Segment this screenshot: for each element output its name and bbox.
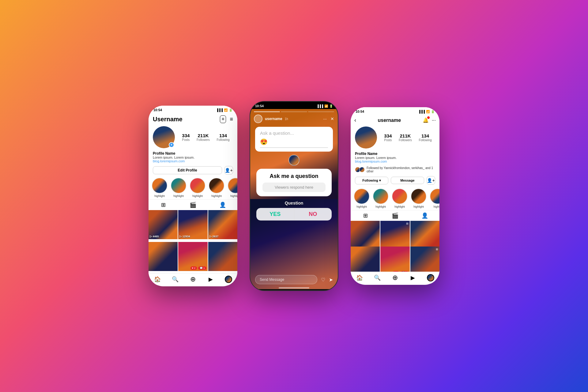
grid-cell-3-left[interactable]: ▷ 2637: [208, 210, 237, 239]
story-more-icon[interactable]: ···: [323, 116, 327, 121]
highlight-circle-r5: [430, 188, 439, 204]
signal-icon-center: ▐▐▐: [317, 104, 323, 108]
following-btn-right[interactable]: Following ▾: [355, 177, 388, 184]
more-icon-right[interactable]: ···: [432, 118, 436, 123]
story-top-bar: username 1h ··· ✕: [250, 109, 338, 125]
bio-text-right: Lorem ipsum. Lorem ipsum.: [355, 156, 435, 160]
nav-profile-left[interactable]: [220, 275, 237, 283]
phone-center: 10:54 ▐▐▐ 📶 🔋 username 1h ··· ✕: [250, 101, 338, 291]
wifi-icon-right: 📶: [426, 110, 430, 113]
yes-button[interactable]: YES: [256, 208, 294, 221]
nav-search-left[interactable]: 🔍: [166, 275, 184, 283]
stats-right: 334 Posts 211K Followers 134 Following: [381, 133, 435, 142]
nav-home-right[interactable]: 🏠: [351, 274, 368, 282]
status-bar-right: 10:54 ▐▐▐ 📶 🔋: [351, 107, 439, 115]
highlight-item-r5[interactable]: highl...: [430, 188, 439, 208]
highlight-item-1[interactable]: highlight: [152, 178, 168, 198]
notif-icon-right[interactable]: 🔔: [423, 117, 429, 123]
comment-badge-left: 💬 1: [198, 266, 206, 270]
grid-cell-2-left[interactable]: ▷ 12934: [178, 210, 207, 239]
nav-home-left[interactable]: 🏠: [149, 275, 166, 283]
story-send-icon[interactable]: ➤: [329, 277, 333, 283]
story-close-icon[interactable]: ✕: [330, 116, 334, 121]
grid-cell-1-right[interactable]: [351, 221, 380, 250]
profile-header-left: Username + ≡: [149, 113, 237, 125]
highlights-row-right: highlight highlight highlight highlight …: [351, 187, 439, 210]
grid-cell-4-left[interactable]: [149, 242, 178, 271]
add-person-btn-right[interactable]: 👤+: [427, 176, 435, 185]
status-icons-left: ▐▐▐ 📶 🔋: [216, 108, 232, 112]
highlight-item-3[interactable]: highlight: [190, 178, 205, 198]
nav-search-right[interactable]: 🔍: [368, 274, 386, 282]
grid-cell-1-left[interactable]: ▷ 4465: [149, 210, 178, 239]
highlight-item-5[interactable]: highlight: [228, 178, 237, 198]
no-button[interactable]: NO: [294, 208, 332, 221]
like-badge-left: ♥ 2: [190, 266, 197, 270]
viewers-respond[interactable]: Viewers respond here: [262, 183, 326, 192]
edit-profile-row-left: Edit Profile 👤+: [149, 165, 237, 176]
menu-icon-left[interactable]: ≡: [230, 116, 233, 123]
tab-grid-left[interactable]: ⊞: [149, 202, 178, 208]
ask-question-card[interactable]: Ask a question... 😍: [255, 127, 333, 152]
signal-icon-right: ▐▐▐: [418, 110, 425, 113]
highlight-circle-5: [228, 178, 237, 194]
send-message-input[interactable]: Send Message: [255, 275, 317, 284]
grid-cell-6-left[interactable]: [208, 242, 237, 271]
bio-link-right[interactable]: blog.loremipsum.com: [355, 160, 435, 163]
tab-reels-right[interactable]: 🎬: [380, 212, 410, 219]
story-time: 1h: [285, 117, 288, 121]
tab-reels-left[interactable]: 🎬: [178, 202, 208, 208]
signal-icon: ▐▐▐: [216, 108, 223, 112]
ask-me-card: Ask me a question Viewers respond here: [256, 169, 332, 196]
following-label-left: Following: [217, 138, 229, 141]
highlight-item-r1[interactable]: highlight: [354, 188, 370, 208]
header-icons-left: + ≡: [220, 115, 233, 123]
profile-screen-left: Username + ≡ + 334 Posts 211K: [149, 113, 237, 285]
bio-text-left: Lorem ipsum. Lorem ipsum.: [153, 156, 233, 159]
profile-info-right: 334 Posts 211K Followers 134 Following: [351, 125, 439, 151]
edit-profile-btn-left[interactable]: Edit Profile: [153, 166, 222, 174]
tab-tagged-left[interactable]: 👤: [208, 202, 237, 208]
nav-profile-right[interactable]: [422, 274, 439, 282]
tab-tagged-right[interactable]: 👤: [410, 212, 439, 219]
nav-reels-left[interactable]: ▶: [202, 275, 220, 283]
highlight-label-r4: highlight: [413, 205, 424, 208]
highlight-item-r3[interactable]: highlight: [392, 188, 408, 208]
story-progress-bars: [254, 111, 334, 112]
highlight-circle-1: [152, 178, 168, 194]
grid-cell-3-right[interactable]: [410, 221, 439, 250]
avatar-right: [355, 126, 377, 149]
story-heart-icon[interactable]: ♡: [321, 277, 325, 283]
nav-reels-right[interactable]: ▶: [404, 274, 422, 282]
nav-add-right[interactable]: ⊕: [386, 274, 404, 282]
highlight-label-2: highlight: [173, 194, 184, 198]
highlight-item-4[interactable]: highlight: [209, 178, 224, 198]
bottom-nav-right: 🏠 🔍 ⊕ ▶: [351, 272, 439, 284]
add-icon-left[interactable]: +: [220, 115, 226, 123]
grid-stat-3-left: ▷ 2637: [209, 235, 219, 238]
avatar-add-left[interactable]: +: [169, 142, 174, 148]
grid-cell-5-left[interactable]: ♥ 2 💬 1: [178, 242, 207, 271]
time-center: 10:54: [255, 104, 264, 108]
nav-add-left[interactable]: ⊕: [184, 275, 202, 283]
question-section: Question YES NO: [256, 201, 332, 221]
discover-people-btn-left[interactable]: 👤+: [224, 166, 233, 175]
bio-link-left[interactable]: blog.loremipsum.com: [153, 159, 233, 163]
bio-name-left: Profile Name: [153, 151, 233, 156]
back-arrow[interactable]: ‹: [354, 117, 356, 123]
grid-cell-4-right[interactable]: [351, 247, 380, 272]
grid-cell-5-right[interactable]: ♥ 2 💬 1: [380, 247, 409, 272]
highlight-item-r2[interactable]: highlight: [373, 188, 389, 208]
tab-grid-right[interactable]: ⊞: [351, 212, 380, 219]
grid-cell-6-right[interactable]: ⊞: [410, 247, 439, 272]
story-user-row: username 1h ··· ✕: [254, 115, 334, 123]
following-stat-right: 134 Following: [419, 133, 432, 142]
ask-underline: [260, 147, 328, 148]
message-btn-right[interactable]: Message: [391, 177, 424, 184]
post-grid-right: ⊞ ♥ 2 💬 1 ⊞: [351, 221, 439, 272]
grid-cell-2-right[interactable]: ⊞: [380, 221, 409, 250]
following-stat-left: 134 Following: [217, 133, 229, 141]
highlight-item-r4[interactable]: highlight: [411, 188, 427, 208]
highlight-label-3: highlight: [192, 194, 203, 198]
highlight-item-2[interactable]: highlight: [171, 178, 187, 198]
